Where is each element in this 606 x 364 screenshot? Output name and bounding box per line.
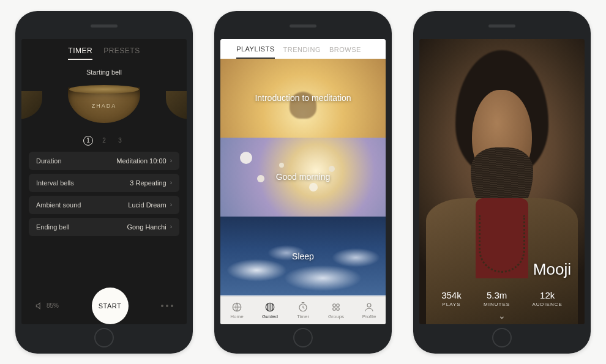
profile-stats: 354k PLAYS 5.3m MINUTES 12k AUDIENCE [419,290,585,307]
stat-label: PLAYS [441,302,462,307]
row-ending[interactable]: Ending bell Gong Hanchi› [29,218,179,236]
guided-icon [264,302,275,313]
phone-timer: TIMER PRESETS Starting bell ZHADA 1 2 3 … [15,11,193,354]
tab-profile[interactable]: Profile [353,297,386,324]
tab-guided[interactable]: Guided [253,297,286,324]
tab-label: Guided [262,314,278,319]
stat-value: 5.3m [484,290,510,300]
page-2[interactable]: 2 [99,136,109,146]
svg-point-8 [367,303,371,307]
page-1[interactable]: 1 [83,136,93,146]
interval-label: Interval bells [36,179,74,187]
tab-label: Home [230,314,243,319]
chevron-right-icon: › [170,201,172,208]
duration-label: Duration [36,157,62,165]
ambient-label: Ambient sound [36,201,81,209]
tab-label: Groups [328,314,344,319]
chevron-right-icon: › [170,157,172,164]
chevron-right-icon: › [170,223,172,230]
stat-plays: 354k PLAYS [441,290,462,307]
pager: 1 2 3 [21,136,187,146]
top-nav: PLAYLISTS TRENDING BROWSE [220,39,386,59]
tabs: TIMER PRESETS [21,39,187,65]
timer-icon [297,302,309,313]
bowl-name: ZHADA [92,103,117,109]
start-button[interactable]: START [92,288,129,324]
screen-profile: Mooji 354k PLAYS 5.3m MINUTES 12k AUDIEN… [419,39,585,324]
duration-value: Meditation 10:00 [116,157,166,165]
bottom-tabbar: Home Guided Timer Groups Profile [220,296,386,324]
interval-value: 3 Repeating [130,179,166,187]
tab-label: Profile [362,314,376,319]
svg-point-6 [333,307,336,310]
row-interval[interactable]: Interval bells 3 Repeating› [29,174,179,192]
ending-value: Gong Hanchi [127,223,166,231]
starting-bell-label: Starting bell [21,69,187,76]
groups-icon [331,302,342,313]
speaker-icon [35,302,43,310]
tab-timer[interactable]: Timer [286,297,320,324]
stat-minutes: 5.3m MINUTES [484,290,510,307]
stat-label: AUDIENCE [532,302,562,307]
screen-timer: TIMER PRESETS Starting bell ZHADA 1 2 3 … [21,39,187,324]
row-duration[interactable]: Duration Meditation 10:00› [29,152,179,170]
chevron-right-icon: › [170,179,172,186]
phone-profile: Mooji 354k PLAYS 5.3m MINUTES 12k AUDIEN… [413,11,591,354]
bowl-prev[interactable] [21,91,42,119]
stat-audience: 12k AUDIENCE [532,290,562,307]
profile-name: Mooji [533,260,571,279]
playlist-title: Introduction to meditation [255,93,351,103]
tab-trending[interactable]: TRENDING [283,46,321,58]
svg-point-2 [266,303,274,311]
svg-point-7 [337,307,340,310]
ambient-value: Lucid Dream [128,201,166,209]
page-3[interactable]: 3 [115,136,125,146]
volume-value: 85% [47,302,59,309]
more-button[interactable] [161,305,173,307]
screen-playlists: PLAYLISTS TRENDING BROWSE Introduction t… [220,39,386,324]
tab-presets[interactable]: PRESETS [103,46,140,60]
playlist-title: Sleep [292,251,314,261]
stat-value: 12k [532,290,562,300]
home-button[interactable] [94,328,114,347]
playlist-morning[interactable]: Good morning [220,138,386,217]
playlist-intro[interactable]: Introduction to meditation [220,59,386,138]
tab-playlists[interactable]: PLAYLISTS [236,45,274,59]
phone-playlists: PLAYLISTS TRENDING BROWSE Introduction t… [214,11,392,354]
tab-timer[interactable]: TIMER [68,46,92,60]
svg-point-5 [337,303,340,306]
profile-photo [419,39,585,324]
tab-groups[interactable]: Groups [320,297,353,324]
row-ambient[interactable]: Ambient sound Lucid Dream› [29,196,179,214]
bowl-current[interactable]: ZHADA [68,87,140,123]
volume-control[interactable]: 85% [35,302,59,310]
svg-point-4 [333,303,336,306]
playlist-sleep[interactable]: Sleep [220,217,386,295]
chevron-down-icon[interactable]: ⌄ [498,311,506,321]
home-button[interactable] [492,328,512,347]
stat-label: MINUTES [484,302,510,307]
profile-icon [364,302,375,313]
tab-label: Timer [297,314,309,319]
ending-label: Ending bell [36,223,69,231]
tab-home[interactable]: Home [220,297,253,324]
tab-browse[interactable]: BROWSE [329,46,361,58]
stat-value: 354k [441,290,462,300]
bowl-next[interactable] [166,91,187,119]
playlist-title: Good morning [276,172,331,182]
globe-icon [231,302,242,313]
bowl-carousel[interactable]: ZHADA [21,78,187,132]
home-button[interactable] [293,328,313,347]
